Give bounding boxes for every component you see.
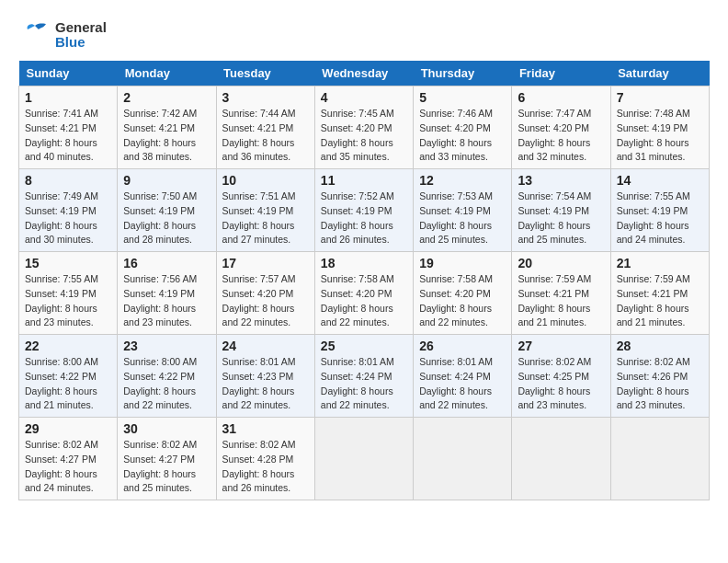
day-number: 8 <box>25 173 111 188</box>
day-info: Sunrise: 7:49 AM Sunset: 4:19 PM Dayligh… <box>25 190 111 247</box>
week-row-5: 29 Sunrise: 8:02 AM Sunset: 4:27 PM Dayl… <box>19 418 710 500</box>
calendar-cell: 10 Sunrise: 7:51 AM Sunset: 4:19 PM Dayl… <box>216 169 314 252</box>
logo: General Blue <box>18 18 107 52</box>
calendar-cell: 26 Sunrise: 8:01 AM Sunset: 4:24 PM Dayl… <box>414 335 512 418</box>
calendar-table: SundayMondayTuesdayWednesdayThursdayFrid… <box>18 61 710 500</box>
column-header-saturday: Saturday <box>610 61 709 86</box>
day-number: 9 <box>123 173 210 188</box>
day-number: 4 <box>321 90 407 105</box>
day-info: Sunrise: 7:58 AM Sunset: 4:20 PM Dayligh… <box>419 272 506 330</box>
day-number: 23 <box>123 339 210 353</box>
calendar-cell: 29 Sunrise: 8:02 AM Sunset: 4:27 PM Dayl… <box>19 418 118 500</box>
calendar-cell: 7 Sunrise: 7:48 AM Sunset: 4:19 PM Dayli… <box>610 86 709 169</box>
day-number: 5 <box>419 90 506 105</box>
column-header-wednesday: Wednesday <box>314 61 413 86</box>
day-info: Sunrise: 8:02 AM Sunset: 4:27 PM Dayligh… <box>25 438 111 496</box>
day-number: 31 <box>222 421 309 436</box>
calendar-cell: 15 Sunrise: 7:55 AM Sunset: 4:19 PM Dayl… <box>19 252 118 335</box>
day-info: Sunrise: 7:59 AM Sunset: 4:21 PM Dayligh… <box>518 272 604 330</box>
calendar-cell: 5 Sunrise: 7:46 AM Sunset: 4:20 PM Dayli… <box>414 86 512 169</box>
calendar-cell <box>414 418 512 500</box>
day-number: 22 <box>25 339 111 353</box>
day-info: Sunrise: 7:45 AM Sunset: 4:20 PM Dayligh… <box>321 107 407 165</box>
calendar-cell: 13 Sunrise: 7:54 AM Sunset: 4:19 PM Dayl… <box>512 169 610 252</box>
calendar-cell: 20 Sunrise: 7:59 AM Sunset: 4:21 PM Dayl… <box>512 252 610 335</box>
day-info: Sunrise: 8:01 AM Sunset: 4:24 PM Dayligh… <box>321 355 407 413</box>
calendar-cell: 24 Sunrise: 8:01 AM Sunset: 4:23 PM Dayl… <box>216 335 314 418</box>
day-number: 27 <box>518 339 604 353</box>
day-info: Sunrise: 7:53 AM Sunset: 4:19 PM Dayligh… <box>419 190 506 247</box>
day-info: Sunrise: 8:02 AM Sunset: 4:26 PM Dayligh… <box>617 355 703 413</box>
day-number: 13 <box>518 173 604 188</box>
day-number: 30 <box>123 421 210 436</box>
calendar-cell: 23 Sunrise: 8:00 AM Sunset: 4:22 PM Dayl… <box>118 335 216 418</box>
day-number: 24 <box>222 339 309 353</box>
day-info: Sunrise: 7:55 AM Sunset: 4:19 PM Dayligh… <box>25 272 111 330</box>
day-info: Sunrise: 7:59 AM Sunset: 4:21 PM Dayligh… <box>617 272 703 330</box>
day-info: Sunrise: 8:00 AM Sunset: 4:22 PM Dayligh… <box>123 355 210 413</box>
day-number: 25 <box>321 339 407 353</box>
column-header-thursday: Thursday <box>414 61 512 86</box>
calendar-cell: 28 Sunrise: 8:02 AM Sunset: 4:26 PM Dayl… <box>610 335 709 418</box>
week-row-1: 1 Sunrise: 7:41 AM Sunset: 4:21 PM Dayli… <box>19 86 710 169</box>
day-number: 7 <box>617 90 703 105</box>
week-row-2: 8 Sunrise: 7:49 AM Sunset: 4:19 PM Dayli… <box>19 169 710 252</box>
calendar-cell <box>314 418 413 500</box>
calendar-cell: 11 Sunrise: 7:52 AM Sunset: 4:19 PM Dayl… <box>314 169 413 252</box>
column-header-tuesday: Tuesday <box>216 61 314 86</box>
day-info: Sunrise: 7:44 AM Sunset: 4:21 PM Dayligh… <box>222 107 309 165</box>
column-header-monday: Monday <box>118 61 216 86</box>
logo-blue-text: Blue <box>55 35 107 51</box>
day-info: Sunrise: 8:02 AM Sunset: 4:25 PM Dayligh… <box>518 355 604 413</box>
day-info: Sunrise: 7:50 AM Sunset: 4:19 PM Dayligh… <box>123 190 210 247</box>
day-number: 1 <box>25 90 111 105</box>
day-number: 26 <box>419 339 506 353</box>
day-info: Sunrise: 8:02 AM Sunset: 4:28 PM Dayligh… <box>222 438 309 496</box>
day-number: 11 <box>321 173 407 188</box>
calendar-cell <box>610 418 709 500</box>
calendar-cell: 27 Sunrise: 8:02 AM Sunset: 4:25 PM Dayl… <box>512 335 610 418</box>
day-info: Sunrise: 7:41 AM Sunset: 4:21 PM Dayligh… <box>25 107 111 165</box>
calendar-cell: 22 Sunrise: 8:00 AM Sunset: 4:22 PM Dayl… <box>19 335 118 418</box>
day-number: 6 <box>518 90 604 105</box>
calendar-cell: 3 Sunrise: 7:44 AM Sunset: 4:21 PM Dayli… <box>216 86 314 169</box>
calendar-cell: 31 Sunrise: 8:02 AM Sunset: 4:28 PM Dayl… <box>216 418 314 500</box>
day-number: 12 <box>419 173 506 188</box>
calendar-cell <box>512 418 610 500</box>
day-number: 10 <box>222 173 309 188</box>
day-info: Sunrise: 7:55 AM Sunset: 4:19 PM Dayligh… <box>617 190 703 247</box>
calendar-cell: 30 Sunrise: 8:02 AM Sunset: 4:27 PM Dayl… <box>118 418 216 500</box>
week-row-3: 15 Sunrise: 7:55 AM Sunset: 4:19 PM Dayl… <box>19 252 710 335</box>
day-info: Sunrise: 7:48 AM Sunset: 4:19 PM Dayligh… <box>617 107 703 165</box>
calendar-cell: 9 Sunrise: 7:50 AM Sunset: 4:19 PM Dayli… <box>118 169 216 252</box>
day-info: Sunrise: 7:51 AM Sunset: 4:19 PM Dayligh… <box>222 190 309 247</box>
calendar-cell: 18 Sunrise: 7:58 AM Sunset: 4:20 PM Dayl… <box>314 252 413 335</box>
calendar-cell: 25 Sunrise: 8:01 AM Sunset: 4:24 PM Dayl… <box>314 335 413 418</box>
calendar-cell: 2 Sunrise: 7:42 AM Sunset: 4:21 PM Dayli… <box>118 86 216 169</box>
day-info: Sunrise: 7:54 AM Sunset: 4:19 PM Dayligh… <box>518 190 604 247</box>
day-info: Sunrise: 8:01 AM Sunset: 4:23 PM Dayligh… <box>222 355 309 413</box>
calendar-cell: 8 Sunrise: 7:49 AM Sunset: 4:19 PM Dayli… <box>19 169 118 252</box>
day-info: Sunrise: 7:46 AM Sunset: 4:20 PM Dayligh… <box>419 107 506 165</box>
calendar-cell: 6 Sunrise: 7:47 AM Sunset: 4:20 PM Dayli… <box>512 86 610 169</box>
day-number: 16 <box>123 256 210 270</box>
week-row-4: 22 Sunrise: 8:00 AM Sunset: 4:22 PM Dayl… <box>19 335 710 418</box>
calendar-cell: 12 Sunrise: 7:53 AM Sunset: 4:19 PM Dayl… <box>414 169 512 252</box>
day-info: Sunrise: 7:42 AM Sunset: 4:21 PM Dayligh… <box>123 107 210 165</box>
header: General Blue <box>18 18 710 52</box>
logo-bird-icon <box>18 18 51 52</box>
day-number: 17 <box>222 256 309 270</box>
calendar-cell: 4 Sunrise: 7:45 AM Sunset: 4:20 PM Dayli… <box>314 86 413 169</box>
day-info: Sunrise: 7:47 AM Sunset: 4:20 PM Dayligh… <box>518 107 604 165</box>
day-number: 14 <box>617 173 703 188</box>
calendar-cell: 16 Sunrise: 7:56 AM Sunset: 4:19 PM Dayl… <box>118 252 216 335</box>
day-number: 19 <box>419 256 506 270</box>
day-number: 29 <box>25 421 111 436</box>
calendar-cell: 1 Sunrise: 7:41 AM Sunset: 4:21 PM Dayli… <box>19 86 118 169</box>
calendar-cell: 19 Sunrise: 7:58 AM Sunset: 4:20 PM Dayl… <box>414 252 512 335</box>
calendar-cell: 17 Sunrise: 7:57 AM Sunset: 4:20 PM Dayl… <box>216 252 314 335</box>
day-number: 18 <box>321 256 407 270</box>
day-number: 3 <box>222 90 309 105</box>
day-number: 21 <box>617 256 703 270</box>
day-info: Sunrise: 8:00 AM Sunset: 4:22 PM Dayligh… <box>25 355 111 413</box>
